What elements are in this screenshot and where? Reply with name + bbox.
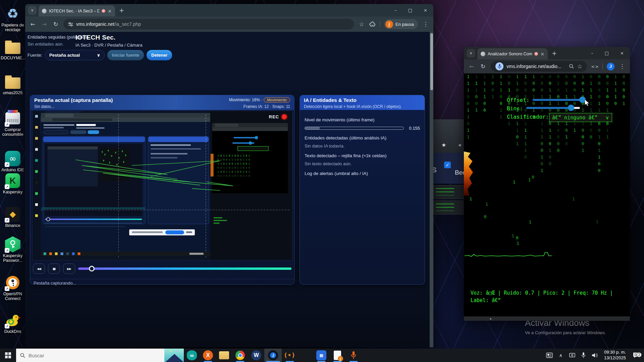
- taskbar-app-chrome[interactable]: [232, 349, 248, 362]
- timeline-slider[interactable]: [78, 267, 291, 270]
- main-browser-window: ∨ IOTECH Sec. · IA Sec3 – DVR × + – □ × …: [25, 4, 433, 347]
- back-icon[interactable]: ←: [29, 21, 37, 27]
- screen-capture-preview[interactable]: 1 0 1 1 0 1 0 0 1 1 0 1 0 1 0 0 1 1 1 0 …: [32, 111, 292, 260]
- desktop-icon-umas2025[interactable]: umas2025: [1, 73, 25, 95]
- desktop-icon-kaspersky-password[interactable]: ↗Kaspersky Passwor...: [1, 236, 25, 263]
- bookmark-star-icon[interactable]: ☆: [577, 63, 582, 70]
- taskbar-app-xampp[interactable]: X: [200, 349, 216, 362]
- forward-icon[interactable]: →: [41, 21, 48, 27]
- horizontal-scrollbar[interactable]: ▸: [464, 316, 630, 321]
- menu-icon[interactable]: ⋮: [422, 21, 429, 27]
- background-window-thumbnails: [433, 185, 465, 215]
- notification-center[interactable]: 2: [630, 352, 642, 358]
- new-tab-button[interactable]: +: [552, 50, 557, 57]
- minimize-button[interactable]: –: [394, 8, 397, 13]
- shortcut-arrow-icon: ↗: [5, 162, 9, 167]
- desktop-icon-arduino[interactable]: ∞↗Arduino IDE: [1, 150, 25, 172]
- close-button[interactable]: ×: [424, 8, 427, 13]
- taskbar-app-doc-j[interactable]: j: [329, 349, 345, 362]
- clock[interactable]: 09:30 p. m. 13/12/2025: [601, 350, 629, 361]
- browser-toolbar: ← → ↻ vms.inforganic.net/ia_sec7.php ☆ j…: [25, 16, 433, 32]
- tab-recording-icon: [102, 9, 105, 13]
- desktop-icon-recycle-bin[interactable]: ♻Papelera de reciclaje: [1, 5, 25, 33]
- browser-tab[interactable]: IOTECH Sec. · IA Sec3 – DVR ×: [39, 5, 115, 16]
- back-icon[interactable]: ←: [468, 63, 475, 70]
- motion-badge: Movimiento: [264, 97, 290, 103]
- news-widget-icon[interactable]: [546, 353, 553, 358]
- show-hidden-icons[interactable]: ∧: [556, 353, 566, 358]
- timeline-thumb[interactable]: [89, 266, 95, 272]
- tab-close-icon[interactable]: ×: [540, 51, 544, 57]
- desktop-icon-duckdns[interactable]: ↗DuckDns: [1, 312, 25, 334]
- scrollbar-thumb[interactable]: [430, 33, 433, 90]
- profile-pill[interactable]: j En pausa: [384, 19, 418, 29]
- tab-search-button[interactable]: ∨: [28, 6, 37, 15]
- source-select[interactable]: Pestaña actual ∨: [45, 50, 105, 60]
- tune-icon[interactable]: [68, 22, 73, 26]
- bookmark-star-icon[interactable]: ☆: [358, 21, 365, 27]
- icon-label: Comprar consumible: [1, 127, 25, 137]
- minimize-button[interactable]: –: [591, 51, 593, 56]
- skip-forward-button[interactable]: ▶▶: [63, 263, 75, 274]
- desktop-icon-openvpn[interactable]: ↗OpenVPN Connect: [1, 274, 25, 301]
- offset-slider[interactable]: [533, 99, 583, 101]
- bins-slider-thumb[interactable]: [568, 105, 574, 111]
- search-input[interactable]: [29, 353, 129, 358]
- entities-detected-empty: Sin datos IA todavía.: [305, 143, 420, 148]
- skip-back-button[interactable]: ◀◀: [33, 263, 45, 274]
- taskbar-search[interactable]: [16, 349, 184, 362]
- extensions-icon[interactable]: [369, 21, 376, 27]
- desktop-icon-docuyme[interactable]: DOCUYME...: [1, 38, 25, 60]
- desktop-icon-comprar-consumible[interactable]: ↗Comprar consumible: [1, 110, 25, 137]
- taskbar-app-explorer[interactable]: [216, 349, 232, 362]
- collapse-icon[interactable]: «: [458, 142, 462, 148]
- reload-icon[interactable]: ↻: [479, 63, 487, 70]
- ia-panel: IA / Entidades & Texto Detección ligera …: [300, 95, 425, 285]
- menu-icon[interactable]: ⋮: [619, 63, 626, 70]
- watermark-subtitle: Ve a Configuración para activar Windows.: [525, 330, 606, 335]
- classifier-label: Clasificador:: [507, 114, 549, 120]
- tab-close-icon[interactable]: ×: [108, 8, 112, 14]
- maximize-button[interactable]: □: [605, 51, 609, 56]
- classifier-value: â€” ninguno â€”: [552, 115, 597, 121]
- classifier-select[interactable]: â€” ninguno â€” ∨: [549, 113, 612, 122]
- taskbar-app-doc-blue[interactable]: ▤: [313, 349, 329, 362]
- start-source-button[interactable]: Iniciar fuente: [107, 50, 144, 60]
- time: 09:30 p. m.: [604, 350, 626, 355]
- desktop-icon-kaspersky[interactable]: K↗Kaspersky: [1, 172, 25, 194]
- maximize-button[interactable]: □: [408, 8, 412, 13]
- profile-avatar[interactable]: J: [607, 63, 614, 70]
- weather-widget[interactable]: [164, 349, 184, 362]
- url-bar[interactable]: vms.inforganic.net/ia_sec7.php: [63, 19, 354, 29]
- tab-recording-icon: [534, 52, 538, 56]
- pause-button[interactable]: ▮▮: [48, 263, 60, 274]
- taskbar-app-stream[interactable]: (•): [282, 349, 298, 362]
- audio-analyzer-content[interactable]: 1110011011111001111100100111100110010001…: [464, 73, 630, 316]
- bins-slider[interactable]: [526, 107, 571, 109]
- tray-mic-icon[interactable]: [581, 352, 586, 359]
- cast-icon[interactable]: [569, 353, 576, 358]
- start-button[interactable]: [0, 349, 16, 362]
- zoom-icon[interactable]: [569, 64, 574, 69]
- new-tab-button[interactable]: +: [119, 7, 124, 14]
- scroll-arrow-icon[interactable]: ▸: [490, 317, 492, 320]
- taskbar-app-w[interactable]: W: [248, 349, 264, 362]
- url-bar[interactable]: vms.inforganic.net/audio... ☆: [491, 61, 587, 72]
- taskbar-app-mic[interactable]: [345, 349, 362, 362]
- reload-icon[interactable]: ↻: [52, 21, 59, 27]
- desktop-icon-binance[interactable]: ◆↗Binance: [1, 206, 25, 228]
- close-button[interactable]: ×: [620, 51, 624, 56]
- page-scrollbar[interactable]: [430, 32, 433, 347]
- taskbar-app-arduino[interactable]: ∞: [184, 349, 200, 362]
- rec-dot-icon: [282, 114, 287, 119]
- icon-label: OpenVPN Connect: [1, 292, 25, 301]
- icon-label: Papelera de reciclaje: [1, 23, 25, 33]
- favorite-star-icon[interactable]: ★: [441, 142, 446, 148]
- dev-code-icon[interactable]: <>: [591, 64, 598, 69]
- taskbar-app-profile-j[interactable]: J: [264, 349, 282, 362]
- browser-tab[interactable]: Analizador Sonoro Complet ×: [477, 48, 548, 59]
- beep-checkbox[interactable]: ✓: [444, 162, 451, 168]
- speaker-icon[interactable]: [592, 353, 598, 358]
- stop-button[interactable]: Detener: [147, 50, 172, 60]
- tab-search-button[interactable]: ∨: [467, 49, 475, 58]
